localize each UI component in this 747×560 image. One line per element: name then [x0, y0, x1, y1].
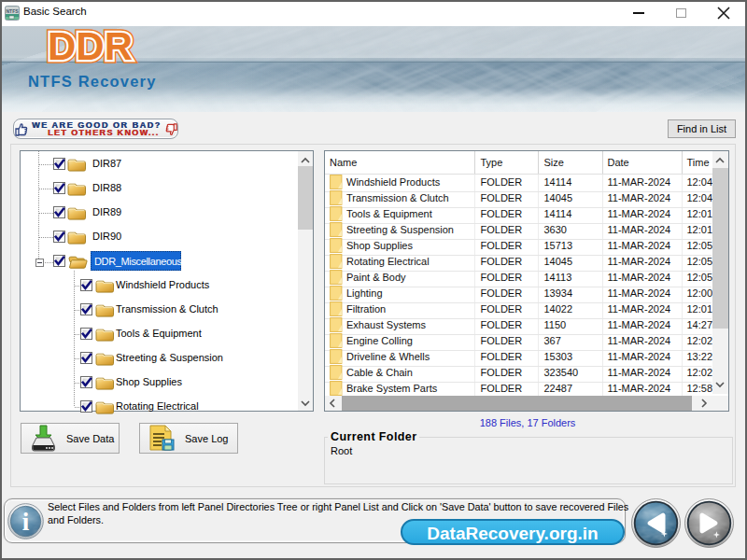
svg-text:NTFS: NTFS [6, 8, 19, 14]
svg-text:DDR: DDR [48, 24, 133, 66]
